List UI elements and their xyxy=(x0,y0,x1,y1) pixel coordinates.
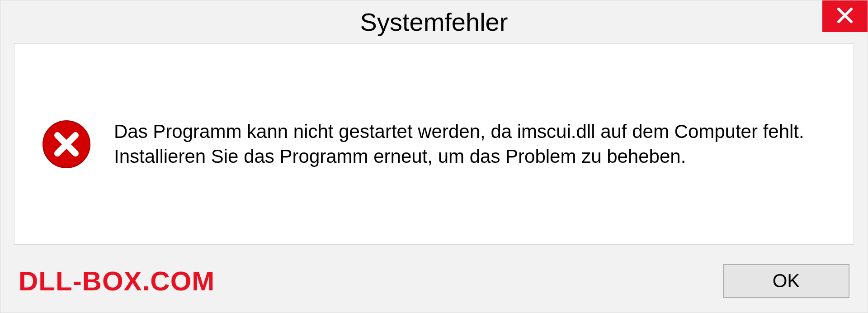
close-button[interactable] xyxy=(822,0,868,32)
ok-button[interactable]: OK xyxy=(723,264,849,298)
ok-button-label: OK xyxy=(773,270,800,292)
error-icon xyxy=(42,119,91,169)
error-message: Das Programm kann nicht gestartet werden… xyxy=(114,119,826,169)
footer-bar: DLL-BOX.COM OK xyxy=(0,258,868,313)
error-dialog: Systemfehler Das Programm kann nicht ges… xyxy=(0,0,868,313)
watermark-text: DLL-BOX.COM xyxy=(19,266,215,297)
close-icon xyxy=(836,6,854,26)
title-bar: Systemfehler xyxy=(0,0,868,43)
dialog-title: Systemfehler xyxy=(360,7,508,37)
content-panel: Das Programm kann nicht gestartet werden… xyxy=(14,43,854,245)
